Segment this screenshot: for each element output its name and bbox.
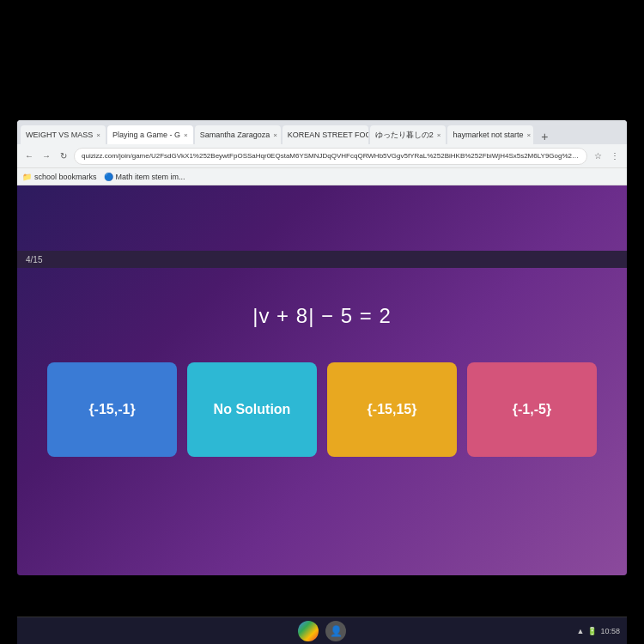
- menu-icon[interactable]: ⋮: [608, 149, 622, 163]
- tab-bar: WEIGHT VS MASS × Playing a Game - G × Sa…: [17, 120, 627, 144]
- tab-close-icon[interactable]: ×: [437, 131, 441, 139]
- taskbar: 👤 ▲ 🔋 10:58: [17, 617, 627, 644]
- url-input[interactable]: quizizz.com/join/game/U2FsdGVkX1%252Beyw…: [74, 148, 587, 165]
- browser-chrome: WEIGHT VS MASS × Playing a Game - G × Sa…: [17, 120, 627, 185]
- bookmark-icon: 📁: [22, 173, 32, 181]
- answer-card-a[interactable]: {-15,-1}: [47, 362, 177, 457]
- bookmark-icon: 🔵: [104, 173, 113, 181]
- taskbar-chrome-icon[interactable]: [298, 621, 319, 641]
- back-button[interactable]: ←: [22, 149, 36, 163]
- address-bar: ← → ↻ quizizz.com/join/game/U2FsdGVkX1%2…: [17, 144, 627, 168]
- taskbar-person-icon[interactable]: 👤: [325, 621, 346, 641]
- tab-weight-mass[interactable]: WEIGHT VS MASS ×: [21, 125, 106, 144]
- new-tab-button[interactable]: +: [537, 129, 552, 144]
- bookmark-bar: 📁 school bookmarks 🔵 Math item stem im..…: [17, 168, 627, 185]
- tab-close-icon[interactable]: ×: [184, 131, 188, 139]
- bookmark-school[interactable]: 📁 school bookmarks: [22, 173, 97, 181]
- tab-korean[interactable]: KOREAN STREET FOO ×: [283, 125, 368, 144]
- tab-samantha[interactable]: Samantha Zaragoza ×: [195, 125, 281, 144]
- battery-icon: 🔋: [587, 627, 597, 635]
- tab-haymarket[interactable]: haymarket not starte ×: [447, 125, 533, 144]
- answer-grid: {-15,-1} No Solution {-15,15} {-1,-5}: [47, 362, 597, 457]
- tab-japanese[interactable]: ゆったり暮しの2 ×: [370, 125, 447, 144]
- tab-playing-game[interactable]: Playing a Game - G ×: [107, 125, 193, 144]
- progress-area: 4/15: [17, 251, 627, 268]
- forward-button[interactable]: →: [39, 149, 53, 163]
- bookmark-icon[interactable]: ☆: [591, 149, 605, 163]
- answer-card-c[interactable]: {-15,15}: [327, 362, 457, 457]
- tab-close-icon[interactable]: ×: [273, 131, 277, 139]
- taskbar-right: ▲ 🔋 10:58: [577, 627, 620, 635]
- tab-close-icon[interactable]: ×: [526, 131, 531, 139]
- reload-button[interactable]: ↻: [57, 149, 70, 163]
- tab-close-icon[interactable]: ×: [96, 131, 100, 139]
- progress-text: 4/15: [26, 255, 42, 264]
- bookmark-math[interactable]: 🔵 Math item stem im...: [104, 173, 185, 181]
- clock: 10:58: [600, 627, 620, 635]
- answer-card-b[interactable]: No Solution: [187, 362, 317, 457]
- wifi-icon: ▲: [577, 627, 585, 635]
- quiz-content: 4/15 |v + 8| − 5 = 2 {-15,-1} No Solutio…: [17, 185, 627, 575]
- question-text: |v + 8| − 5 = 2: [252, 304, 392, 328]
- answer-card-d[interactable]: {-1,-5}: [467, 362, 597, 457]
